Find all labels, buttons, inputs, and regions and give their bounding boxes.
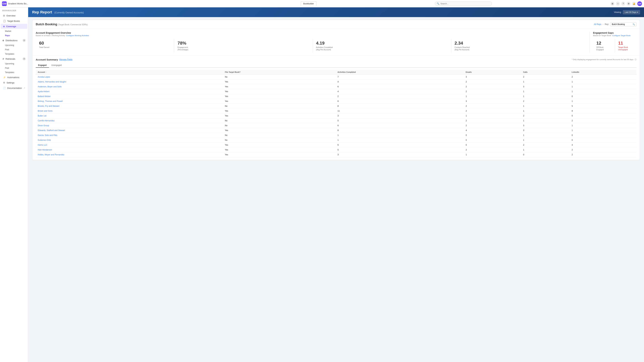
sidebar-sub-retrievals-templates[interactable]: Templates xyxy=(1,70,27,74)
account-name-cell[interactable]: Hart-Henderson xyxy=(36,147,223,152)
avatar[interactable]: GW xyxy=(637,1,642,6)
app-logo[interactable]: GW xyxy=(2,1,7,6)
tab-engaged[interactable]: Engaged xyxy=(36,63,49,68)
sidebar-item-coverage[interactable]: ◈ Coverage xyxy=(1,24,27,29)
table-header-row: Account ↑ Fits Target Book? Activities C… xyxy=(36,70,636,75)
metric-value: 11 xyxy=(618,40,633,46)
sidebar-item-automations[interactable]: ⚡ Automations xyxy=(1,75,27,80)
rep-search[interactable]: 🔍 xyxy=(610,22,636,26)
account-link[interactable]: Gutierrez-Ortiz xyxy=(38,139,51,141)
sidebar-sub-distributions-templates[interactable]: Templates xyxy=(1,52,27,56)
activities-cell: 6 xyxy=(336,99,464,104)
sidebar-sub-reps[interactable]: Reps xyxy=(1,33,27,37)
sidebar-item-documentation[interactable]: 📄 Documentation ↗ xyxy=(1,85,27,90)
account-name-cell[interactable]: Dixon Group xyxy=(36,123,223,128)
grid-icon[interactable]: ⊞ xyxy=(610,2,614,6)
table-row: Gutierrez-Ortiz No 1 0 1 0 xyxy=(36,138,636,142)
fits-target-cell: Yes xyxy=(223,113,336,118)
account-link[interactable]: Hart-Henderson xyxy=(38,149,52,151)
sidebar-item-distributions[interactable]: ⊕ Distributions + xyxy=(0,38,28,43)
table-row: Adams, Hernandez and Vaughn Yes 4 2 1 1 xyxy=(36,79,636,84)
account-name-cell[interactable]: Gutierrez-Ortiz xyxy=(36,138,223,142)
question-icon[interactable]: ? xyxy=(621,2,625,6)
emails-cell: 2 xyxy=(464,147,521,152)
table-row: Bishop, Thomas and Powell Yes 6 3 2 1 xyxy=(36,99,636,104)
manage-fields-link[interactable]: Manage Fields xyxy=(59,58,72,61)
search-input[interactable] xyxy=(440,2,490,5)
activities-cell: 3 xyxy=(336,152,464,157)
account-name-cell[interactable]: Edwards, Stafford and Stewart xyxy=(36,128,223,133)
info-icon[interactable]: ⓘ xyxy=(634,58,636,60)
account-link[interactable]: Brown and Sons xyxy=(38,110,52,112)
bell-icon[interactable]: 🔔 xyxy=(632,2,636,6)
emails-cell: 0 xyxy=(464,133,521,138)
metric-activities: 4.19 Activities Completed(Avg Per Accoun… xyxy=(313,39,451,53)
account-link[interactable]: Anderson, Boyer and Solis xyxy=(38,85,62,88)
sidebar-item-overview[interactable]: ⊞ Overview xyxy=(1,13,27,18)
configure-working-activities-link[interactable]: Configure Working Activities xyxy=(66,34,89,36)
account-link[interactable]: Acosta-Lopez xyxy=(38,76,50,78)
gear-icon[interactable]: ⚙ xyxy=(626,2,630,6)
activities-cell: 4 xyxy=(336,89,464,94)
sidebar-item-label: Distributions xyxy=(6,39,18,42)
metric-label: Activities Completed(Avg Per Account) xyxy=(316,46,448,51)
sidebar-sub-distributions-past[interactable]: Past xyxy=(1,48,27,52)
add-retrieval-button[interactable]: + xyxy=(23,57,26,60)
search-bar[interactable]: 🔍 xyxy=(435,1,492,6)
account-name-cell[interactable]: Harris LLC xyxy=(36,142,223,147)
emails-cell: 2 xyxy=(464,118,521,123)
account-link[interactable]: Adams, Hernandez and Vaughn xyxy=(38,81,66,83)
sidebar-sub-retrievals-upcoming[interactable]: Upcoming xyxy=(1,62,27,66)
account-name-cell[interactable]: Bishop, Thomas and Powell xyxy=(36,99,223,104)
sidebar-sub-market[interactable]: Market xyxy=(1,29,27,33)
account-link[interactable]: Hobbs, Meyer and Fernandez xyxy=(38,153,64,156)
sidebar-item-settings[interactable]: ⚙ Settings xyxy=(1,80,27,85)
viewing-dropdown[interactable]: Last 30 Days ▾ xyxy=(623,10,640,14)
rep-search-input[interactable] xyxy=(612,23,632,25)
account-link[interactable]: Ayala-Hebert xyxy=(38,90,50,93)
bookbuilder-tab[interactable]: Bookbuilder xyxy=(301,1,316,6)
account-name-cell[interactable]: Ballard-Weber xyxy=(36,94,223,99)
metric-label: Target Book Unengaged xyxy=(618,46,633,51)
engagement-title: Account Engagement Overview xyxy=(36,31,590,34)
account-link[interactable]: Butler Ltd xyxy=(38,115,46,117)
account-link[interactable]: Harris LLC xyxy=(38,144,47,146)
table-row: Ballard-Weber Yes 2 1 1 0 xyxy=(36,94,636,99)
activities-cell: 1 xyxy=(336,138,464,142)
emails-cell: 2 xyxy=(464,108,521,113)
account-name-cell[interactable]: Brooks, Fry and Stewart xyxy=(36,104,223,108)
sidebar-sub-distributions-upcoming[interactable]: Upcoming xyxy=(1,43,27,47)
account-name-cell[interactable]: Acosta-Lopez xyxy=(36,74,223,79)
account-link[interactable]: Brooks, Fry and Stewart xyxy=(38,105,59,107)
account-name-cell[interactable]: Brown and Sons xyxy=(36,108,223,113)
account-name-cell[interactable]: Ayala-Hebert xyxy=(36,89,223,94)
account-name-cell[interactable]: Garcia, Soto and Pitts xyxy=(36,133,223,138)
col-account[interactable]: Account ↑ xyxy=(36,70,223,75)
account-link[interactable]: Carrillo-Hernandez xyxy=(38,119,55,122)
account-name-cell[interactable]: Adams, Hernandez and Vaughn xyxy=(36,79,223,84)
configure-target-book-link[interactable]: Configure Target Book xyxy=(612,34,630,36)
account-name-cell[interactable]: Hobbs, Meyer and Fernandez xyxy=(36,152,223,157)
add-distribution-button[interactable]: + xyxy=(23,39,26,42)
account-name-cell[interactable]: Anderson, Boyer and Solis xyxy=(36,84,223,89)
account-link[interactable]: Garcia, Soto and Pitts xyxy=(38,134,57,136)
account-name-cell[interactable]: Carrillo-Hernandez xyxy=(36,118,223,123)
linkedin-cell: 0 xyxy=(570,138,636,142)
sidebar-item-target-books[interactable]: 📋 Target Books xyxy=(1,18,27,23)
account-link[interactable]: Bishop, Thomas and Powell xyxy=(38,100,63,102)
page-title: Rep Report xyxy=(32,10,52,14)
linkedin-cell: 1 xyxy=(570,123,636,128)
all-reps-link[interactable]: All Reps xyxy=(594,23,602,25)
star-icon[interactable]: ☆ xyxy=(616,2,620,6)
account-link[interactable]: Dixon Group xyxy=(38,124,49,127)
sidebar-sub-retrievals-past[interactable]: Past xyxy=(1,66,27,70)
account-name-cell[interactable]: Butler Ltd xyxy=(36,113,223,118)
account-link[interactable]: Edwards, Stafford and Stewart xyxy=(38,129,65,132)
sidebar-item-label: Target Books xyxy=(7,20,20,22)
target-book-label: (Target Book: Commercial SDRs) xyxy=(58,23,88,26)
sidebar-item-retrievals[interactable]: ↺ Retrievals + xyxy=(0,56,28,61)
metric-contacts: 2.34 Contacts Reached(Avg Per Account) xyxy=(451,39,590,53)
account-link[interactable]: Ballard-Weber xyxy=(38,95,50,97)
fits-target-cell: No xyxy=(223,74,336,79)
tab-unengaged[interactable]: Unengaged xyxy=(49,63,64,68)
